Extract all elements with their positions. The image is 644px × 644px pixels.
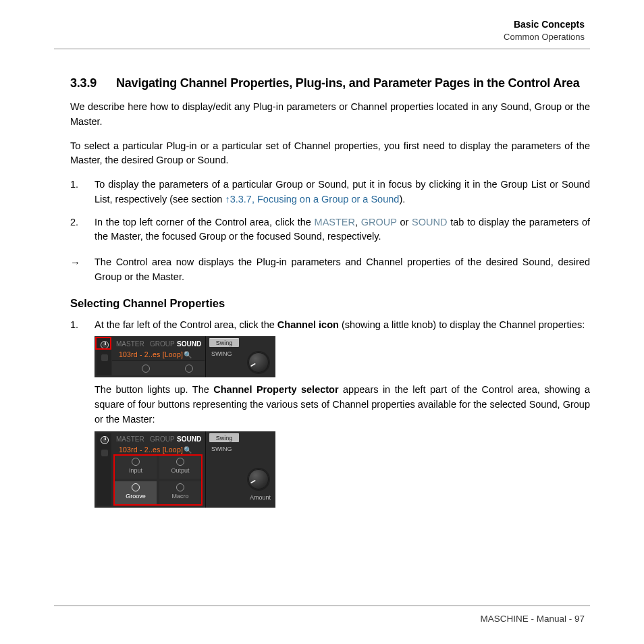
section-heading: 3.3.9Navigating Channel Properties, Plug…: [70, 76, 590, 90]
subsection-heading: Selecting Channel Properties: [70, 297, 590, 310]
breadcrumb-chapter: Basic Concepts: [54, 19, 585, 30]
search-icon[interactable]: 🔍: [184, 446, 192, 454]
plugin-icon[interactable]: [101, 450, 108, 456]
swing-label: SWING: [211, 350, 232, 359]
breadcrumb-section: Common Operations: [54, 32, 585, 42]
divider: [54, 49, 590, 49]
list-item: In the top left corner of the Control ar…: [70, 215, 590, 245]
section-title: Navigating Channel Properties, Plug-ins,…: [116, 76, 580, 90]
ordered-list: To display the parameters of a particula…: [70, 178, 590, 244]
tab-group[interactable]: GROUP: [150, 339, 175, 349]
selector-tray: [112, 360, 205, 375]
divider: [54, 606, 590, 606]
section-number: 3.3.9: [70, 76, 116, 90]
selector-icon[interactable]: [142, 365, 150, 373]
plugin-icon[interactable]: [101, 354, 108, 361]
term-channel-icon: Channel icon: [277, 319, 339, 330]
cross-reference-link[interactable]: ↑3.3.7, Focusing on a Group or a Sound: [225, 194, 399, 205]
highlight-box: [95, 337, 111, 350]
amount-knob[interactable]: [248, 352, 269, 373]
ui-term-master: MASTER: [315, 217, 355, 227]
result-note: The Control area now displays the Plug-i…: [70, 255, 590, 285]
paragraph: To select a particular Plug-in or a part…: [70, 139, 590, 169]
screenshot-control-area-collapsed: MASTER GROUP SOUND 103rd - 2..es [Loop]🔍…: [95, 336, 275, 377]
amount-label: Amount: [250, 493, 271, 503]
swing-label: SWING: [211, 445, 232, 454]
term-channel-property-selector: Channel Property selector: [213, 384, 338, 395]
list-item: At the far left of the Control area, cli…: [70, 318, 590, 508]
channel-icon[interactable]: [101, 436, 109, 444]
search-icon[interactable]: 🔍: [184, 351, 192, 358]
screenshot-control-area-expanded: MASTER GROUP SOUND 103rd - 2..es [Loop]🔍…: [95, 431, 275, 508]
sidebar: [97, 433, 111, 506]
ordered-list: At the far left of the Control area, cli…: [70, 318, 590, 508]
tab-master[interactable]: MASTER: [116, 434, 144, 444]
amount-knob[interactable]: [248, 469, 269, 489]
page-footer: MASCHINE - Manual - 97: [480, 614, 585, 624]
tab-sound[interactable]: SOUND: [177, 339, 201, 349]
tab-master[interactable]: MASTER: [116, 339, 144, 349]
swing-tab[interactable]: Swing: [209, 433, 239, 442]
swing-tab[interactable]: Swing: [209, 338, 239, 347]
tab-sound[interactable]: SOUND: [177, 434, 201, 444]
paragraph: We describe here how to display/edit any…: [70, 100, 590, 130]
ui-term-group: GROUP: [361, 217, 397, 227]
divider: [205, 336, 206, 377]
sound-name[interactable]: 103rd - 2..es [Loop]🔍: [119, 350, 192, 360]
highlight-box: [113, 454, 203, 506]
tab-group[interactable]: GROUP: [150, 434, 175, 444]
divider: [205, 431, 206, 508]
selector-icon[interactable]: [185, 365, 193, 373]
list-item: To display the parameters of a particula…: [70, 178, 590, 207]
ui-term-sound: SOUND: [412, 217, 447, 227]
